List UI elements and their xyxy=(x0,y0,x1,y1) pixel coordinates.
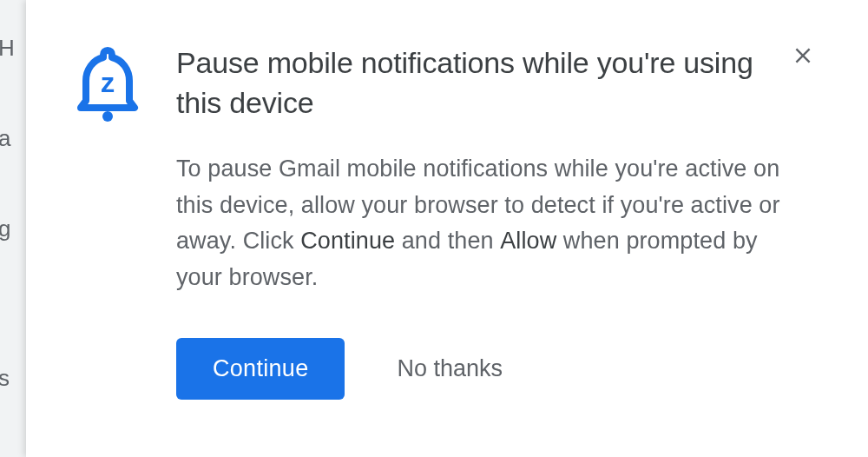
continue-button[interactable]: Continue xyxy=(176,338,345,400)
bg-item: g xyxy=(0,215,10,242)
bell-snooze-icon: z xyxy=(74,43,141,123)
dialog-description: To pause Gmail mobile notifications whil… xyxy=(176,151,790,296)
dialog-title: Pause mobile notifications while you're … xyxy=(176,43,790,123)
dialog-actions: Continue No thanks xyxy=(176,338,825,400)
notification-dialog: z Pause mobile notifications while you'r… xyxy=(26,0,868,457)
svg-text:z: z xyxy=(101,67,115,98)
close-button[interactable] xyxy=(790,43,816,70)
close-icon xyxy=(792,44,814,70)
bg-item: H xyxy=(0,35,15,62)
bg-item: a xyxy=(0,125,10,152)
bg-item: s xyxy=(0,365,10,392)
no-thanks-button[interactable]: No thanks xyxy=(388,338,511,400)
svg-point-2 xyxy=(102,111,113,122)
